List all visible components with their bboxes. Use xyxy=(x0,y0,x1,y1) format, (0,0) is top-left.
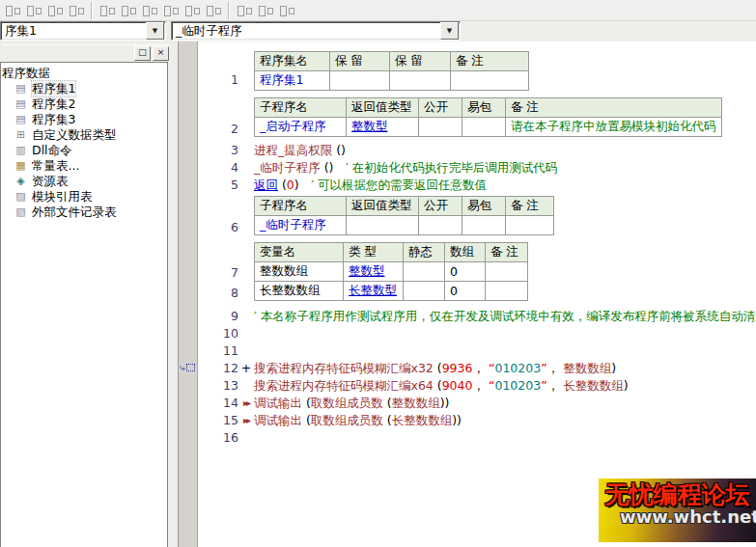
return-type-cell[interactable] xyxy=(347,216,419,235)
code-line-14[interactable]: 14▸▸调试输出 (取数组成员数 (整数数组)) xyxy=(194,395,449,412)
tree-item-module-ref-table[interactable]: ▨ 模块引用表 xyxy=(1,189,167,205)
custom-datatype-icon: ⊞ xyxy=(14,128,28,142)
code-line-16[interactable]: 16 xyxy=(194,429,238,447)
comment-line: ′ 本名称子程序用作测试程序用，仅在开发及调试环境中有效，编译发布程序前将被系统… xyxy=(254,309,756,323)
epl-ide-window: { "toolbar": { "icons": [ {"name": "alig… xyxy=(0,0,756,547)
align-right-edges-icon[interactable] xyxy=(23,2,44,19)
code-line-15[interactable]: 15▸▸调试输出 (取数组成员数 (长整数数组)) xyxy=(194,412,462,429)
comment-cell[interactable] xyxy=(451,71,529,91)
col-easy-package: 易包 xyxy=(462,197,506,216)
panel-close-icon[interactable]: × xyxy=(153,46,169,61)
watermark-title: 无忧编程论坛 xyxy=(599,482,756,507)
var-name-cell[interactable]: 长整数数组 xyxy=(255,282,344,301)
assembly-icon: ▤ xyxy=(14,82,28,96)
code-line-7: 7 xyxy=(194,264,238,282)
tree-item-external-file-table[interactable]: ▧ 外部文件记录表 xyxy=(1,205,167,220)
assembly-name-cell[interactable]: 程序集1 xyxy=(255,71,330,91)
array-cell[interactable]: 0 xyxy=(445,282,486,301)
temp-subroutine-table: 子程序名 返回值类型 公开 易包 备 注 _临时子程序 xyxy=(254,196,554,235)
tree-item-assembly2[interactable]: ▤ 程序集2 xyxy=(1,96,167,112)
sub-table-header-row: 子程序名 返回值类型 公开 易包 备 注 xyxy=(255,197,554,216)
tree-item-constant-table[interactable]: ▦ 常量表... xyxy=(1,158,167,174)
code-line-4[interactable]: 4_临时子程序 () ′ 在初始化代码执行完毕后调用测试代码 xyxy=(194,159,557,177)
col-easy-package: 易包 xyxy=(462,98,506,118)
static-cell[interactable] xyxy=(404,282,445,301)
assembly-icon: ▤ xyxy=(14,97,28,111)
static-cell[interactable] xyxy=(404,262,445,282)
reserved-cell[interactable] xyxy=(390,71,451,91)
col-comment: 备 注 xyxy=(451,52,529,71)
constant-table-icon: ▦ xyxy=(14,159,28,173)
code-line-5[interactable]: 5返回 (0) ′ 可以根据您的需要返回任意数值 xyxy=(194,177,487,194)
call-get-array-count: 取数组成员数 xyxy=(311,396,383,410)
tree-item-dll-command[interactable]: ▥ Dll命令 xyxy=(1,143,167,158)
col-assembly-name: 程序集名 xyxy=(255,52,330,71)
code-line-9[interactable]: 9′ 本名称子程序用作测试程序用，仅在开发及调试环境中有效，编译发布程序前将被系… xyxy=(194,308,756,325)
startup-subroutine-table: 子程序名 返回值类型 公开 易包 备 注 _启动子程序 整数型 请在本子程序中放… xyxy=(254,97,722,137)
code-line-3[interactable]: 3进程_提高权限 () xyxy=(194,142,346,159)
var-type-cell[interactable]: 长整数型 xyxy=(344,282,404,301)
subroutine-combobox-dropdown-icon[interactable]: ▼ xyxy=(440,22,459,40)
easy-package-cell[interactable] xyxy=(462,216,506,235)
code-line-13[interactable]: 13搜索进程内存特征码模糊汇编x64 (9040， “010203”， 长整数数… xyxy=(194,377,629,395)
col-var-type: 类 型 xyxy=(344,243,404,262)
align-top-edges-icon[interactable] xyxy=(44,2,66,19)
tree-item-resource-table[interactable]: ◈ 资源表 xyxy=(1,174,167,189)
call-get-array-count: 取数组成员数 xyxy=(311,413,383,427)
code-line-12[interactable]: 12+搜索进程内存特征码模糊汇编x32 (9936， “010203”， 整数数… xyxy=(194,360,616,377)
sub-name-cell[interactable]: _临时子程序 xyxy=(255,216,347,235)
space-equally-vertical-icon[interactable] xyxy=(203,2,224,19)
assembly-combobox-value: 序集1 xyxy=(1,23,146,40)
easy-package-cell[interactable] xyxy=(462,118,506,137)
tree-item-assembly1[interactable]: ▤ 程序集1 xyxy=(1,81,167,96)
inline-comment: ′ 在初始化代码执行完毕后调用测试代码 xyxy=(346,160,557,175)
code-editor[interactable]: ⤷ 1 2 6 7 8 程序集名 保 留 保 留 备 注 程序集1 子程序名 返… xyxy=(178,41,756,547)
assembly-combobox[interactable]: 序集1 ▼ xyxy=(0,21,166,41)
program-data-panel: □ × 程序数据 ▤ 程序集1 ▤ 程序集2 ▤ 程序集3 ⊞ 自定义数据类型 … xyxy=(0,41,172,547)
return-type-cell[interactable]: 整数型 xyxy=(347,118,419,137)
make-same-size-icon[interactable] xyxy=(276,2,297,19)
var-table-header-row: 变量名 类 型 静态 数组 备 注 xyxy=(255,243,528,262)
var-type-cell[interactable]: 整数型 xyxy=(344,262,404,282)
array-cell[interactable]: 0 xyxy=(445,262,486,282)
assembly-combobox-dropdown-icon[interactable]: ▼ xyxy=(146,22,164,40)
code-line-11[interactable]: 11 xyxy=(194,342,238,360)
align-bottom-edges-icon[interactable] xyxy=(66,2,87,19)
assembly-icon: ▤ xyxy=(14,113,28,126)
comment-cell[interactable] xyxy=(486,282,528,301)
code-line-10[interactable]: 10 xyxy=(194,325,238,342)
module-ref-table-icon: ▨ xyxy=(14,190,28,204)
tree-item-assembly3[interactable]: ▤ 程序集3 xyxy=(1,112,167,127)
comment-cell[interactable] xyxy=(486,262,528,282)
temp-subroutine-row: _临时子程序 xyxy=(255,216,554,235)
center-horizontally-icon[interactable] xyxy=(97,2,118,19)
make-same-height-icon[interactable] xyxy=(255,2,276,19)
panel-titlebar: □ × xyxy=(2,44,169,62)
tree-root-program-data[interactable]: 程序数据 xyxy=(2,66,167,81)
fold-expand-marker[interactable]: + xyxy=(238,360,254,377)
assembly-table-row: 程序集1 xyxy=(255,71,529,91)
panel-maximize-icon[interactable]: □ xyxy=(134,46,151,61)
dll-command-icon: ▥ xyxy=(14,144,28,157)
sub-name-cell[interactable]: _启动子程序 xyxy=(255,118,347,137)
public-cell[interactable] xyxy=(419,118,462,137)
inline-comment: ′ 可以根据您的需要返回任意数值 xyxy=(311,178,487,192)
align-left-edges-icon[interactable] xyxy=(2,2,23,19)
public-cell[interactable] xyxy=(419,216,462,235)
subroutine-combobox[interactable]: _临时子程序 ▼ xyxy=(171,21,461,41)
comment-cell[interactable]: 请在本子程序中放置易模块初始化代码 xyxy=(506,118,722,137)
comment-cell[interactable] xyxy=(506,216,554,235)
align-horizontal-centers-icon[interactable] xyxy=(139,2,160,19)
make-same-width-icon[interactable] xyxy=(234,2,255,19)
align-vertical-centers-icon[interactable] xyxy=(160,2,182,19)
step-marker-icon: ▸▸ xyxy=(238,412,254,429)
call-debug-output: 调试输出 xyxy=(254,396,302,410)
external-file-table-icon: ▧ xyxy=(14,205,28,219)
space-equally-horizontal-icon[interactable] xyxy=(182,2,203,19)
variable-row: 长整数数组 长整数型 0 xyxy=(255,282,528,301)
tree-item-custom-datatype[interactable]: ⊞ 自定义数据类型 xyxy=(1,127,167,143)
center-vertically-icon[interactable] xyxy=(118,2,139,19)
reserved-cell[interactable] xyxy=(330,71,390,91)
code-line-2: 2 xyxy=(194,121,238,138)
var-name-cell[interactable]: 整数数组 xyxy=(255,262,344,282)
